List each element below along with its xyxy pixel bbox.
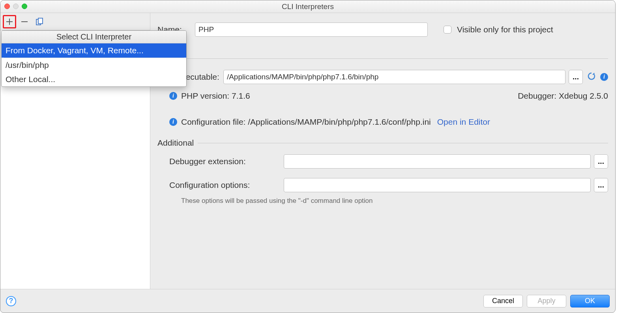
info-icon: i [169,92,177,100]
section-additional: Additional [157,138,608,148]
cancel-button[interactable]: Cancel [483,295,523,307]
plus-icon [6,18,13,25]
config-options-edit-button[interactable]: ... [594,178,608,192]
sidebar: Select CLI Interpreter From Docker, Vagr… [0,13,150,289]
dialog-footer: ? Cancel Apply OK [0,289,615,313]
config-file-label: Configuration file: /Applications/MAMP/b… [181,117,431,127]
php-executable-field[interactable] [223,70,565,84]
minus-icon [21,18,28,25]
config-options-field[interactable] [284,178,591,192]
copy-button[interactable] [33,15,46,28]
select-interpreter-popup: Select CLI Interpreter From Docker, Vagr… [1,30,187,87]
help-button[interactable]: ? [6,296,16,306]
svg-rect-1 [38,18,43,24]
debugger-extension-browse-button[interactable]: ... [594,154,608,169]
dialog-body: Select CLI Interpreter From Docker, Vagr… [0,13,615,289]
apply-button: Apply [527,295,566,307]
minimize-icon [13,4,19,9]
reload-button[interactable] [587,71,596,83]
debugger-extension-field[interactable] [284,154,591,169]
refresh-icon [587,71,596,81]
ok-button[interactable]: OK [570,295,610,307]
dialog-window: CLI Interpreters Select CL [0,0,616,313]
info-icon: i [169,118,177,126]
open-in-editor-link[interactable]: Open in Editor [437,117,490,127]
maximize-icon[interactable] [22,4,27,9]
popup-title: Select CLI Interpreter [2,31,186,43]
copy-icon [35,17,44,26]
traffic-lights [4,4,27,9]
name-field[interactable] [195,22,428,37]
debugger-extension-label: Debugger extension: [169,157,284,166]
browse-button[interactable]: ... [569,70,583,84]
popup-item-other-local[interactable]: Other Local... [2,72,186,86]
main-panel: Name: Visible only for this project P ex… [150,13,615,289]
popup-item-local-path[interactable]: /usr/bin/php [2,58,186,72]
visible-only-checkbox[interactable] [444,26,451,34]
config-options-label: Configuration options: [169,180,284,190]
debugger-label: Debugger: Xdebug 2.5.0 [518,91,608,101]
php-version-label: PHP version: 7.1.6 [181,91,250,101]
section-general [157,53,608,64]
visible-only-label: Visible only for this project [457,25,553,34]
section-additional-label: Additional [157,138,194,148]
config-options-hint: These options will be passed using the "… [181,197,373,205]
close-icon[interactable] [4,4,10,9]
window-title: CLI Interpreters [0,2,615,11]
add-button[interactable] [3,15,16,28]
popup-item-docker-remote[interactable]: From Docker, Vagrant, VM, Remote... [2,43,186,58]
titlebar: CLI Interpreters [0,0,615,13]
sidebar-toolbar [0,13,150,30]
remove-button[interactable] [18,15,31,28]
info-icon[interactable]: i [600,73,608,81]
